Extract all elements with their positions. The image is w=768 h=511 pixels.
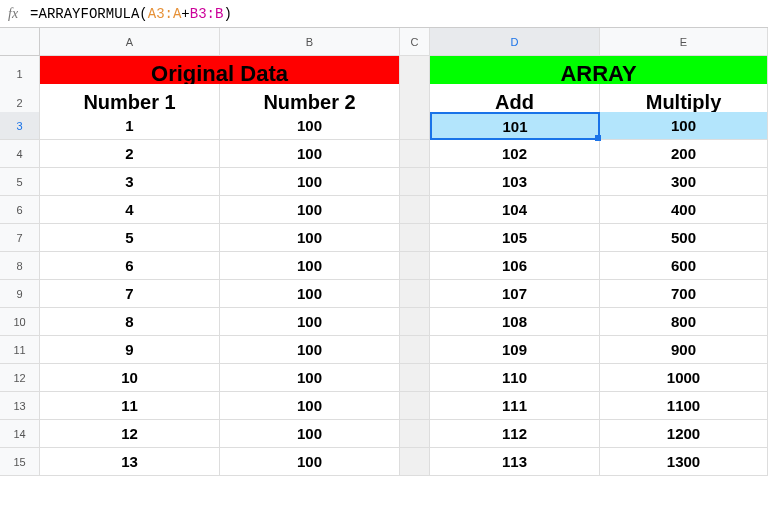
row-header-11[interactable]: 11 (0, 336, 40, 364)
cell-c4[interactable] (400, 140, 430, 168)
formula-operator: + (181, 6, 189, 22)
cell-d8[interactable]: 106 (430, 252, 600, 280)
cell-d9[interactable]: 107 (430, 280, 600, 308)
row-header-5[interactable]: 5 (0, 168, 40, 196)
row-header-4[interactable]: 4 (0, 140, 40, 168)
cell-a10[interactable]: 8 (40, 308, 220, 336)
row-header-10[interactable]: 10 (0, 308, 40, 336)
cell-d15[interactable]: 113 (430, 448, 600, 476)
row-header-9[interactable]: 9 (0, 280, 40, 308)
cell-a5[interactable]: 3 (40, 168, 220, 196)
cell-b10[interactable]: 100 (220, 308, 400, 336)
formula-open-paren: ( (139, 6, 147, 22)
cell-e13[interactable]: 1100 (600, 392, 768, 420)
spreadsheet-grid[interactable]: A B C D E 1 Original Data ARRAY 2 Number… (0, 28, 768, 476)
cell-c7[interactable] (400, 224, 430, 252)
row-header-12[interactable]: 12 (0, 364, 40, 392)
cell-b9[interactable]: 100 (220, 280, 400, 308)
cell-a6[interactable]: 4 (40, 196, 220, 224)
col-header-d[interactable]: D (430, 28, 600, 56)
cell-d3[interactable]: 101 (430, 112, 600, 140)
cell-a3[interactable]: 1 (40, 112, 220, 140)
col-header-e[interactable]: E (600, 28, 768, 56)
cell-e4[interactable]: 200 (600, 140, 768, 168)
cell-a12[interactable]: 10 (40, 364, 220, 392)
row-header-13[interactable]: 13 (0, 392, 40, 420)
cell-b6[interactable]: 100 (220, 196, 400, 224)
cell-c6[interactable] (400, 196, 430, 224)
cell-c11[interactable] (400, 336, 430, 364)
row-header-7[interactable]: 7 (0, 224, 40, 252)
cell-d13[interactable]: 111 (430, 392, 600, 420)
cell-c9[interactable] (400, 280, 430, 308)
cell-b14[interactable]: 100 (220, 420, 400, 448)
cell-b8[interactable]: 100 (220, 252, 400, 280)
cell-b4[interactable]: 100 (220, 140, 400, 168)
cell-d5[interactable]: 103 (430, 168, 600, 196)
cell-c3[interactable] (400, 112, 430, 140)
formula-ref-a: A3:A (148, 6, 182, 22)
cell-e9[interactable]: 700 (600, 280, 768, 308)
cell-b3[interactable]: 100 (220, 112, 400, 140)
row-header-14[interactable]: 14 (0, 420, 40, 448)
col-header-b[interactable]: B (220, 28, 400, 56)
cell-c10[interactable] (400, 308, 430, 336)
formula-close-paren: ) (223, 6, 231, 22)
row-header-3[interactable]: 3 (0, 112, 40, 140)
cell-a9[interactable]: 7 (40, 280, 220, 308)
cell-b13[interactable]: 100 (220, 392, 400, 420)
select-all-corner[interactable] (0, 28, 40, 56)
col-header-a[interactable]: A (40, 28, 220, 56)
fx-icon: fx (8, 6, 18, 22)
cell-a15[interactable]: 13 (40, 448, 220, 476)
row-header-6[interactable]: 6 (0, 196, 40, 224)
cell-c12[interactable] (400, 364, 430, 392)
formula-bar[interactable]: fx =ARRAYFORMULA(A3:A+B3:B) (0, 0, 768, 28)
formula-eq: = (30, 6, 38, 22)
cell-a8[interactable]: 6 (40, 252, 220, 280)
cell-e14[interactable]: 1200 (600, 420, 768, 448)
cell-e6[interactable]: 400 (600, 196, 768, 224)
cell-d4[interactable]: 102 (430, 140, 600, 168)
cell-b5[interactable]: 100 (220, 168, 400, 196)
cell-e7[interactable]: 500 (600, 224, 768, 252)
cell-e10[interactable]: 800 (600, 308, 768, 336)
cell-e8[interactable]: 600 (600, 252, 768, 280)
cell-d11[interactable]: 109 (430, 336, 600, 364)
cell-c13[interactable] (400, 392, 430, 420)
cell-a7[interactable]: 5 (40, 224, 220, 252)
formula-function: ARRAYFORMULA (39, 6, 140, 22)
cell-c8[interactable] (400, 252, 430, 280)
cell-e5[interactable]: 300 (600, 168, 768, 196)
cell-d12[interactable]: 110 (430, 364, 600, 392)
cell-d14[interactable]: 112 (430, 420, 600, 448)
cell-e15[interactable]: 1300 (600, 448, 768, 476)
cell-c15[interactable] (400, 448, 430, 476)
cell-b15[interactable]: 100 (220, 448, 400, 476)
cell-b7[interactable]: 100 (220, 224, 400, 252)
cell-d7[interactable]: 105 (430, 224, 600, 252)
cell-a14[interactable]: 12 (40, 420, 220, 448)
cell-a4[interactable]: 2 (40, 140, 220, 168)
row-header-8[interactable]: 8 (0, 252, 40, 280)
cell-d10[interactable]: 108 (430, 308, 600, 336)
cell-e12[interactable]: 1000 (600, 364, 768, 392)
cell-c5[interactable] (400, 168, 430, 196)
formula-input[interactable]: =ARRAYFORMULA(A3:A+B3:B) (30, 6, 760, 22)
cell-d6[interactable]: 104 (430, 196, 600, 224)
cell-b12[interactable]: 100 (220, 364, 400, 392)
row-header-15[interactable]: 15 (0, 448, 40, 476)
cell-a13[interactable]: 11 (40, 392, 220, 420)
formula-ref-b: B3:B (190, 6, 224, 22)
cell-c14[interactable] (400, 420, 430, 448)
col-header-c[interactable]: C (400, 28, 430, 56)
cell-a11[interactable]: 9 (40, 336, 220, 364)
cell-e11[interactable]: 900 (600, 336, 768, 364)
cell-b11[interactable]: 100 (220, 336, 400, 364)
cell-e3[interactable]: 100 (600, 112, 768, 140)
